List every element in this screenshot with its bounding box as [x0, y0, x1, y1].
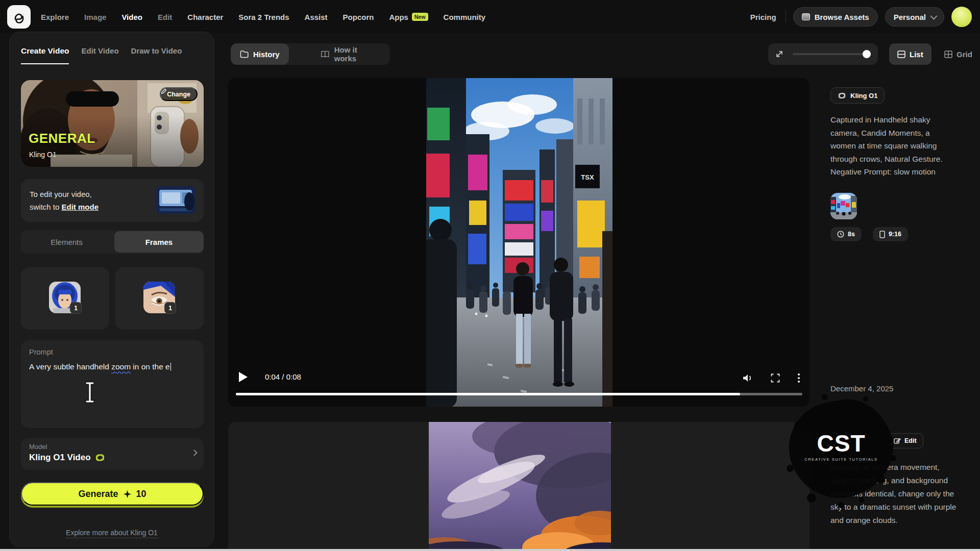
- folder-icon: [240, 51, 249, 58]
- generation-date: December 4, 2025: [830, 384, 893, 393]
- video-player-sunset[interactable]: [429, 422, 611, 551]
- resize-diagonal-icon: [775, 49, 784, 59]
- change-button[interactable]: Change: [160, 87, 198, 101]
- edit-button-label: Edit: [904, 437, 917, 444]
- app-window: Explore Image Video Edit Character Sora …: [0, 0, 980, 551]
- thumbnail-size-slider[interactable]: [768, 43, 878, 65]
- nav-item-character[interactable]: Character: [187, 13, 223, 21]
- list-view-icon: [897, 51, 905, 58]
- model-label: Model: [29, 443, 47, 450]
- nav-item-assist[interactable]: Assist: [305, 13, 328, 21]
- hero-model-name: Kling O1: [29, 151, 57, 159]
- model-chip[interactable]: Kling O1: [830, 87, 885, 104]
- slider-knob[interactable]: [863, 50, 871, 58]
- sunset-video-frame: [429, 422, 611, 551]
- toggle-frames[interactable]: Frames: [114, 231, 204, 253]
- scribble-logo-icon: [11, 9, 27, 24]
- sparkle-icon: [123, 490, 132, 498]
- video-player-times-square[interactable]: TSX: [426, 78, 612, 407]
- view-toggle-list[interactable]: List: [889, 43, 932, 65]
- generation-meta-badges: 8s 9:16: [830, 227, 908, 241]
- open-book-icon: [321, 51, 330, 58]
- aspect-ratio-badge: 9:16: [873, 227, 908, 241]
- more-options-icon[interactable]: [797, 373, 800, 383]
- tab-create-video[interactable]: Create Video: [21, 46, 69, 64]
- text-cursor: [83, 381, 97, 404]
- edit-note-line1: To edit your video,: [30, 190, 92, 198]
- duration-badge: 8s: [830, 227, 862, 241]
- view-toggle-grid[interactable]: Grid: [936, 43, 980, 65]
- generation-thumbnail[interactable]: [830, 193, 857, 219]
- workspace-selector[interactable]: Personal: [885, 7, 944, 27]
- frame-count-badge: 1: [164, 302, 176, 314]
- prompt-input[interactable]: A very subtle handheld zoom in on the e: [29, 361, 195, 372]
- generation-thumbnail-image: [830, 193, 857, 219]
- fullscreen-icon[interactable]: [771, 373, 780, 383]
- nav-item-apps[interactable]: Apps New: [389, 13, 428, 21]
- top-nav: Explore Image Video Edit Character Sora …: [0, 0, 980, 34]
- explore-more-link-row: Explore more about Kling O1: [10, 528, 214, 537]
- mode-hero-card[interactable]: Change GENERAL Kling O1: [21, 80, 204, 167]
- nav-item-sora-2-trends[interactable]: Sora 2 Trends: [238, 13, 289, 21]
- kling-loop-icon: [95, 453, 105, 462]
- generation-prompt-text-2: Keeping all camera movement, subject blo…: [830, 461, 958, 527]
- nav-item-community[interactable]: Community: [444, 13, 486, 21]
- nav-item-explore[interactable]: Explore: [41, 13, 69, 21]
- tab-how-it-works[interactable]: How it works: [311, 43, 390, 65]
- browse-assets-button[interactable]: Browse Assets: [793, 7, 878, 27]
- nav-right-group: Pricing Browse Assets Personal: [750, 0, 972, 34]
- tab-history-label: History: [253, 50, 280, 59]
- tab-edit-video[interactable]: Edit Video: [81, 46, 118, 64]
- text-caret: [170, 363, 172, 371]
- explore-more-link[interactable]: Explore more about Kling O1: [66, 529, 158, 538]
- aspect-ratio-value: 9:16: [889, 231, 901, 238]
- billboard-sign-text: TSX: [581, 173, 594, 181]
- volume-icon[interactable]: [742, 373, 753, 383]
- tab-history[interactable]: History: [231, 43, 289, 65]
- edit-note-line2-prefix: switch to: [30, 203, 62, 211]
- pencil-icon: [161, 88, 167, 94]
- play-button[interactable]: [239, 372, 248, 382]
- toggle-elements[interactable]: Elements: [21, 230, 112, 254]
- view-grid-label: Grid: [957, 50, 972, 59]
- frame-count-badge: 1: [70, 302, 82, 314]
- frame-slot-end[interactable]: 1: [115, 267, 204, 330]
- tab-draw-to-video[interactable]: Draw to Video: [131, 46, 182, 64]
- video-controls-right: [742, 373, 800, 383]
- assets-icon: [802, 13, 810, 20]
- generate-label: Generate: [78, 489, 118, 499]
- prompt-misspelled-word: zoom: [111, 362, 131, 371]
- generation-card-times-square: TSX: [228, 78, 810, 407]
- edit-note-text: To edit your video, switch to Edit mode: [30, 188, 99, 213]
- grid-view-icon: [944, 51, 952, 58]
- phone-icon: [879, 231, 885, 238]
- model-selector[interactable]: Model Kling O1 Video: [21, 438, 204, 470]
- edit-mode-thumbnail[interactable]: [156, 186, 195, 214]
- times-square-video-frame: TSX: [426, 78, 612, 407]
- frame-slot-start[interactable]: 1: [21, 267, 109, 330]
- chevron-down-icon: [930, 13, 937, 20]
- slider-track[interactable]: [793, 53, 867, 55]
- nav-item-apps-label: Apps: [389, 13, 408, 21]
- window-bottom-edge: [0, 549, 980, 551]
- prompt-field[interactable]: Prompt A very subtle handheld zoom in on…: [21, 340, 204, 428]
- edit-mode-thumbnail-image: [156, 186, 195, 214]
- pricing-link[interactable]: Pricing: [750, 13, 776, 21]
- user-avatar[interactable]: [951, 7, 972, 27]
- prompt-text-before: A very subtle handheld: [29, 362, 111, 371]
- nav-item-edit[interactable]: Edit: [158, 13, 172, 21]
- chevron-right-icon: [191, 449, 198, 456]
- nav-item-video[interactable]: Video: [121, 13, 142, 21]
- hero-category-title: GENERAL: [29, 131, 95, 146]
- brand-logo[interactable]: [7, 5, 31, 29]
- nav-item-image[interactable]: Image: [84, 13, 106, 21]
- video-controls: 0:04 / 0:08: [228, 366, 810, 407]
- nav-item-popcorn[interactable]: Popcorn: [343, 13, 374, 21]
- nav-divider: [786, 11, 786, 23]
- generate-button[interactable]: Generate 10: [21, 482, 204, 506]
- edit-mode-link[interactable]: Edit mode: [62, 203, 99, 211]
- edit-button[interactable]: Edit: [887, 433, 923, 448]
- sidebar-tabs: Create Video Edit Video Draw to Video: [21, 46, 182, 64]
- video-progress-bar[interactable]: [236, 393, 802, 395]
- generation-prompt-text: Captured in Handheld shaky camera, Candi…: [830, 113, 954, 179]
